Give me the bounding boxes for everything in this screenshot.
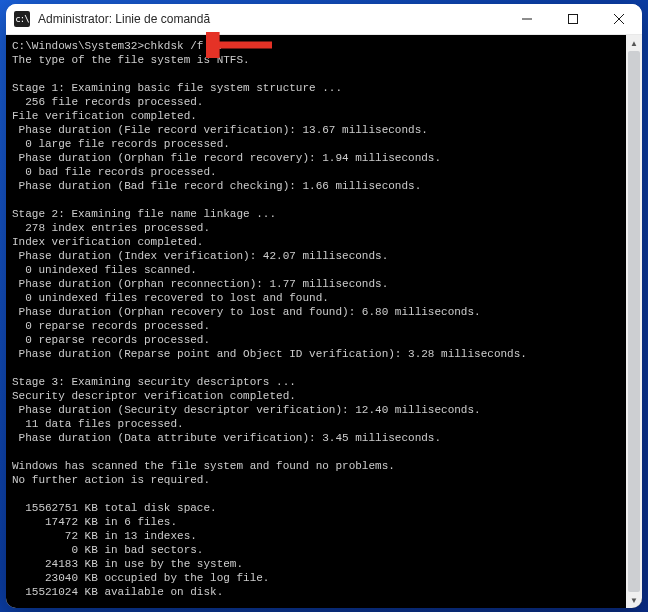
minimize-button[interactable] <box>504 4 550 34</box>
scrollbar-thumb[interactable] <box>628 51 640 592</box>
scrollbar-track[interactable] <box>626 51 642 592</box>
titlebar[interactable]: c:\ Administrator: Linie de comandă <box>6 4 642 35</box>
command-prompt-window: c:\ Administrator: Linie de comandă C:\W… <box>6 4 642 608</box>
terminal-output[interactable]: C:\Windows\System32>chkdsk /f r: The typ… <box>6 35 642 608</box>
svg-rect-0 <box>569 15 578 24</box>
maximize-button[interactable] <box>550 4 596 34</box>
close-button[interactable] <box>596 4 642 34</box>
window-controls <box>504 4 642 34</box>
window-title: Administrator: Linie de comandă <box>38 12 210 26</box>
cmd-icon: c:\ <box>14 11 30 27</box>
terminal[interactable]: C:\Windows\System32>chkdsk /f r: The typ… <box>6 35 642 608</box>
scroll-down-arrow-icon[interactable]: ▼ <box>626 592 642 608</box>
scroll-up-arrow-icon[interactable]: ▲ <box>626 35 642 51</box>
vertical-scrollbar[interactable]: ▲ ▼ <box>626 35 642 608</box>
